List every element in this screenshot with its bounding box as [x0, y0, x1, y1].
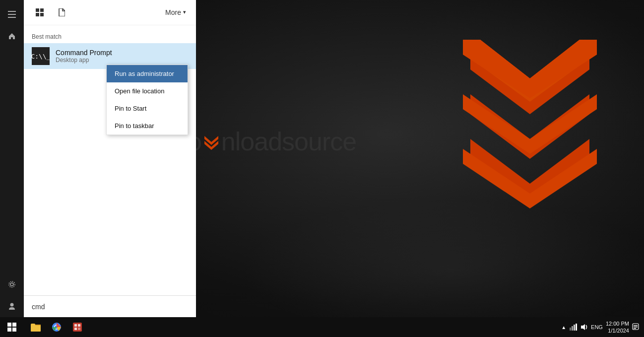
brand-text-container: do nloadsource [174, 127, 356, 156]
svg-rect-32 [574, 325, 575, 331]
taskbar-chrome[interactable] [47, 317, 66, 337]
more-button[interactable]: More ▾ [161, 5, 190, 19]
start-toolbar: More ▾ [24, 0, 196, 25]
taskbar-language[interactable]: ENG [591, 324, 603, 330]
taskbar-tray-arrow[interactable]: ▲ [561, 325, 566, 330]
app-info: Command Prompt Desktop app [56, 49, 112, 64]
start-content: More ▾ Best match C:\\_ Command Prompt D… [24, 0, 196, 317]
sidebar-user-icon[interactable] [0, 295, 24, 317]
svg-rect-29 [78, 328, 80, 330]
best-match-label: Best match [24, 31, 196, 43]
command-prompt-icon: C:\\_ [32, 47, 50, 65]
svg-rect-8 [8, 17, 16, 18]
svg-rect-17 [12, 323, 16, 327]
app-type: Desktop app [56, 57, 112, 64]
svg-rect-25 [73, 323, 82, 332]
svg-rect-19 [12, 328, 16, 332]
more-chevron-icon: ▾ [183, 9, 186, 15]
taskbar-volume-icon[interactable] [580, 324, 588, 331]
brand-chevron-icon [202, 132, 221, 151]
svg-rect-15 [40, 13, 44, 16]
svg-rect-18 [7, 328, 11, 332]
svg-rect-12 [36, 8, 39, 12]
svg-rect-35 [634, 325, 638, 326]
svg-point-10 [9, 281, 15, 287]
toolbar-doc-button[interactable] [52, 2, 71, 22]
brand-text-rest: nloadsource [221, 127, 356, 156]
start-sidebar [0, 0, 24, 317]
svg-rect-7 [8, 14, 16, 15]
svg-rect-16 [7, 323, 11, 327]
cmd-icon-text: C:\\_ [31, 53, 50, 60]
svg-rect-26 [74, 324, 77, 327]
svg-rect-28 [74, 328, 77, 330]
svg-rect-14 [36, 13, 39, 16]
svg-rect-30 [570, 328, 571, 331]
taskbar-right: ▲ ENG 12:00 PM 1/1/2024 [561, 320, 644, 335]
start-menu: More ▾ Best match C:\\_ Command Prompt D… [0, 0, 196, 317]
svg-point-11 [10, 303, 14, 307]
context-open-location[interactable]: Open file location [107, 82, 188, 100]
search-input[interactable] [32, 303, 188, 311]
start-button[interactable] [0, 317, 24, 337]
sidebar-home-icon[interactable] [0, 25, 24, 47]
taskbar-clock: 12:00 PM 1/1/2024 [606, 320, 629, 335]
svg-rect-37 [634, 328, 636, 329]
sidebar-hamburger[interactable] [0, 3, 24, 25]
taskbar-action-center[interactable] [632, 323, 639, 331]
start-search-bar [24, 295, 196, 317]
context-pin-taskbar[interactable]: Pin to taskbar [107, 117, 188, 135]
svg-rect-36 [634, 327, 638, 328]
svg-rect-13 [40, 8, 44, 12]
more-label: More [165, 8, 181, 16]
app-name: Command Prompt [56, 49, 112, 57]
taskbar: ▲ ENG 12:00 PM 1/1/2024 [0, 317, 644, 337]
taskbar-network-icon[interactable] [569, 324, 577, 331]
context-pin-start[interactable]: Pin to Start [107, 100, 188, 117]
svg-point-9 [10, 283, 13, 286]
svg-rect-21 [31, 325, 35, 326]
svg-rect-6 [8, 11, 16, 12]
taskbar-pinned-apps [24, 317, 87, 337]
toolbar-grid-button[interactable] [30, 2, 50, 22]
taskbar-app3[interactable] [67, 317, 87, 337]
context-run-admin[interactable]: Run as administrator [107, 65, 188, 82]
taskbar-file-explorer[interactable] [26, 317, 46, 337]
chevron-logo [455, 35, 604, 233]
svg-rect-31 [572, 326, 573, 331]
svg-rect-27 [78, 324, 80, 327]
sidebar-settings-icon[interactable] [0, 273, 24, 295]
svg-rect-33 [576, 324, 577, 331]
context-menu: Run as administrator Open file location … [106, 65, 188, 135]
